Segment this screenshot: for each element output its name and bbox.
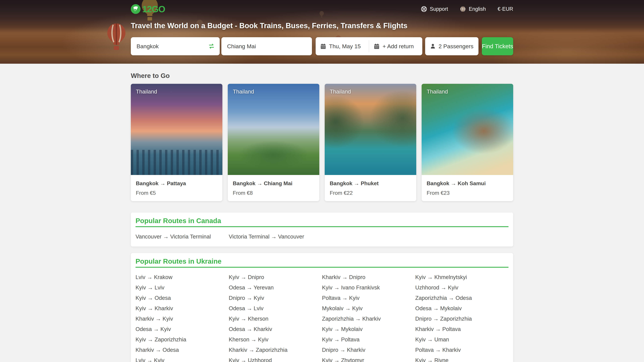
route-link[interactable]: Zaporizhzhia → Odesa — [415, 293, 508, 303]
support-link[interactable]: Support — [421, 6, 448, 12]
swap-direction-icon[interactable] — [208, 43, 215, 50]
calendar-icon — [320, 43, 326, 49]
routes-column: Kyiv → Khmelnytskyi Uzhhorod → Kyiv Zapo… — [415, 272, 508, 362]
logo-arrow-icon — [131, 4, 140, 14]
card-price-label: From €22 — [330, 190, 411, 196]
route-link[interactable]: Kyiv → Ivano Frankivsk — [322, 282, 415, 293]
route-link[interactable]: Kyiv → Uzhhorod — [229, 355, 322, 362]
route-link[interactable]: Odesa → Lviv — [229, 303, 322, 314]
card-price-label: From €8 — [233, 190, 314, 196]
destination-card-pattaya[interactable]: Thailand Bangkok → Pattaya From €5 — [131, 84, 222, 201]
route-link[interactable]: Kyiv → Kherson — [229, 314, 322, 324]
canada-routes-grid: Vancouver → Victoria Terminal Victoria T… — [136, 231, 508, 246]
language-selector[interactable]: English — [460, 6, 486, 12]
language-label: English — [469, 6, 486, 12]
ukraine-heading: Popular Routes in Ukraine — [136, 257, 508, 265]
destination-card-koh-samui[interactable]: Thailand Bangkok → Koh Samui From €23 — [422, 84, 513, 201]
passenger-icon — [430, 43, 436, 49]
destination-field[interactable] — [221, 37, 312, 55]
origin-input[interactable] — [136, 43, 200, 50]
route-link[interactable]: Dnipro → Zaporizhzhia — [415, 314, 508, 324]
popular-routes-canada-section: Popular Routes in Canada Vancouver → Vic… — [131, 213, 513, 247]
passengers-value: 2 Passengers — [438, 43, 474, 50]
card-info: Bangkok → Phuket From €22 — [325, 175, 416, 201]
route-link[interactable]: Kherson → Kyiv — [229, 334, 322, 345]
route-link[interactable]: Kyiv → Kharkiv — [136, 303, 229, 314]
route-link[interactable]: Dnipro → Kharkiv — [322, 345, 415, 355]
route-link[interactable]: Kharkiv → Dnipro — [322, 272, 415, 282]
route-link[interactable]: Uzhhorod → Kyiv — [415, 282, 508, 293]
destination-card-chiang-mai[interactable]: Thailand Bangkok → Chiang Mai From €8 — [228, 84, 319, 201]
hot-air-balloon-icon — [107, 23, 126, 50]
departure-date-value: Thu, May 15 — [329, 43, 361, 50]
ukraine-routes-grid: Lviv → Krakow Kyiv → Lviv Kyiv → Odesa K… — [136, 272, 508, 362]
add-return-button[interactable]: + Add return — [369, 37, 422, 55]
route-link[interactable]: Lviv → Krakow — [136, 272, 229, 282]
route-link[interactable]: Kyiv → Zaporizhzhia — [136, 334, 229, 345]
route-link[interactable]: Odesa → Yerevan — [229, 282, 322, 293]
route-link[interactable]: Kyiv → Zhytomyr — [322, 355, 415, 362]
logo[interactable]: 12GO — [131, 4, 165, 14]
search-form: Thu, May 15 + Add return — [131, 37, 513, 55]
route-link[interactable]: Kyiv → Uman — [415, 334, 508, 345]
route-link[interactable]: Lviv → Kyiv — [136, 355, 229, 362]
destination-input[interactable] — [227, 43, 306, 50]
route-link[interactable]: Kharkiv → Zaporizhzhia — [229, 345, 322, 355]
route-link[interactable]: Poltava → Kharkiv — [415, 345, 508, 355]
destination-photo: Thailand — [228, 84, 319, 175]
destination-card-phuket[interactable]: Thailand Bangkok → Phuket From €22 — [325, 84, 416, 201]
route-link[interactable]: Dnipro → Kyiv — [229, 293, 322, 303]
route-link[interactable]: Odesa → Kharkiv — [229, 324, 322, 334]
destination-cards: Thailand Bangkok → Pattaya From €5 Thail… — [131, 84, 513, 201]
route-link[interactable]: Kyiv → Mykolaiv — [322, 324, 415, 334]
currency-label: €·EUR — [498, 6, 513, 12]
route-link[interactable]: Vancouver → Victoria Terminal — [136, 231, 229, 242]
card-country-label: Thailand — [427, 88, 448, 95]
route-link[interactable]: Kyiv → Lviv — [136, 282, 229, 293]
logo-text: 12GO — [142, 4, 165, 14]
support-icon — [421, 6, 427, 12]
destination-photo: Thailand — [325, 84, 416, 175]
route-link[interactable]: Odesa → Kyiv — [136, 324, 229, 334]
routes-column: Kharkiv → Dnipro Kyiv → Ivano Frankivsk … — [322, 272, 415, 362]
card-country-label: Thailand — [233, 88, 254, 95]
destination-photo: Thailand — [131, 84, 222, 175]
card-price-label: From €5 — [136, 190, 217, 196]
find-tickets-button[interactable]: Find Tickets — [482, 37, 513, 55]
route-link[interactable]: Zaporizhzhia → Kharkiv — [322, 314, 415, 324]
hero-banner: 12GO Support — [0, 0, 644, 64]
canada-heading: Popular Routes in Canada — [136, 217, 508, 225]
route-link[interactable]: Kyiv → Poltava — [322, 334, 415, 345]
dates-field: Thu, May 15 + Add return — [316, 37, 422, 55]
passengers-field[interactable]: 2 Passengers — [425, 37, 478, 55]
add-return-label: + Add return — [382, 43, 414, 50]
route-link[interactable]: Victoria Terminal → Vancouver — [229, 231, 322, 242]
route-link[interactable]: Kyiv → Khmelnytskyi — [415, 272, 508, 282]
route-link[interactable]: Kharkiv → Poltava — [415, 324, 508, 334]
route-link[interactable]: Kharkiv → Kyiv — [136, 314, 229, 324]
route-link[interactable]: Odesa → Mykolaiv — [415, 303, 508, 314]
card-info: Bangkok → Pattaya From €5 — [131, 175, 222, 201]
card-route-label: Bangkok → Phuket — [330, 180, 411, 187]
where-to-go-heading: Where to Go — [131, 72, 513, 79]
route-link[interactable]: Kyiv → Dnipro — [229, 272, 322, 282]
route-link[interactable]: Kyiv → Rivne — [415, 355, 508, 362]
routes-column: Lviv → Krakow Kyiv → Lviv Kyiv → Odesa K… — [136, 272, 229, 362]
route-link[interactable]: Poltava → Kyiv — [322, 293, 415, 303]
main-content: Where to Go Thailand Bangkok → Pattaya F… — [131, 64, 513, 362]
route-link[interactable]: Kharkiv → Odesa — [136, 345, 229, 355]
green-divider — [136, 267, 508, 268]
card-route-label: Bangkok → Pattaya — [136, 180, 217, 187]
card-info: Bangkok → Chiang Mai From €8 — [228, 175, 319, 201]
departure-date-field[interactable]: Thu, May 15 — [316, 37, 369, 55]
origin-field[interactable] — [131, 37, 220, 55]
currency-selector[interactable]: €·EUR — [498, 6, 513, 12]
card-route-label: Bangkok → Chiang Mai — [233, 180, 314, 187]
route-link[interactable]: Mykolaiv → Kyiv — [322, 303, 415, 314]
popular-routes-ukraine-section: Popular Routes in Ukraine Lviv → Krakow … — [131, 253, 513, 362]
destination-photo: Thailand — [422, 84, 513, 175]
green-divider — [136, 226, 508, 227]
route-link[interactable]: Kyiv → Odesa — [136, 293, 229, 303]
card-route-label: Bangkok → Koh Samui — [427, 180, 508, 187]
page: 12GO Support — [0, 0, 644, 362]
